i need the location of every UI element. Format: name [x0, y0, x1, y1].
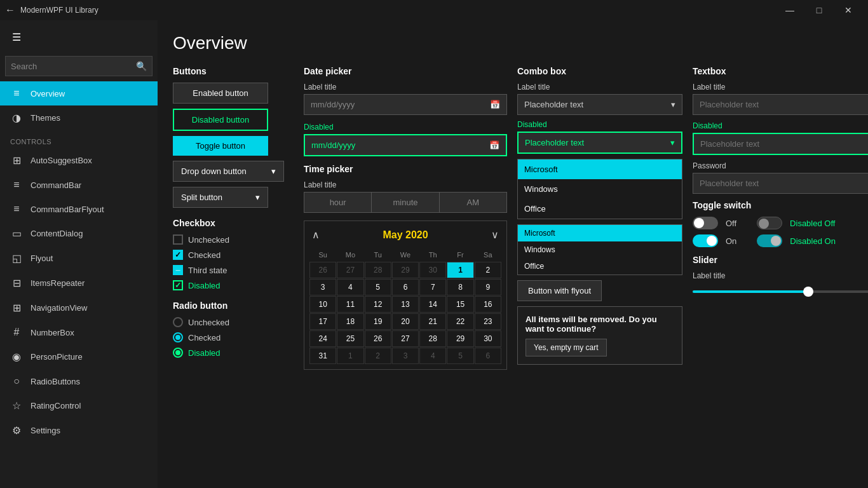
textbox-input[interactable]	[693, 94, 868, 115]
sidebar-item-autosuggest[interactable]: ⊞ AutoSuggestBox	[0, 148, 158, 173]
cal-day[interactable]: 31	[309, 348, 336, 364]
slider-track[interactable]	[693, 290, 868, 293]
cal-day[interactable]: 5	[447, 348, 473, 364]
cal-day[interactable]: 9	[475, 279, 501, 295]
timepicker[interactable]: hour minute AM	[304, 192, 507, 213]
toggle-disabled-on-label: Disabled On	[790, 236, 836, 246]
toggle-on-row: On Disabled On	[693, 234, 868, 247]
dropdown-item-office[interactable]: Office	[518, 199, 682, 219]
cal-day[interactable]: 11	[337, 296, 363, 313]
dropdown-small-windows[interactable]: Windows	[518, 241, 682, 258]
toggle-off-switch[interactable]	[693, 217, 718, 229]
checkbox-disabled[interactable]: ✓	[173, 280, 183, 290]
sidebar-item-flyout[interactable]: ◱ Flyout	[0, 246, 158, 271]
cal-day[interactable]: 22	[447, 313, 473, 330]
sidebar-item-numberbox[interactable]: # NumberBox	[0, 320, 158, 344]
dropdown-small-microsoft[interactable]: Microsoft	[518, 225, 682, 241]
checkbox-unchecked[interactable]	[173, 234, 183, 245]
cal-day[interactable]: 8	[447, 279, 473, 295]
cal-day[interactable]: 28	[365, 262, 391, 278]
cal-day[interactable]: 12	[365, 296, 391, 313]
cal-day[interactable]: 14	[419, 296, 446, 313]
radio-unchecked[interactable]	[173, 317, 183, 327]
cal-day[interactable]: 10	[309, 296, 336, 313]
cal-day[interactable]: 26	[309, 262, 336, 278]
sidebar-item-commandbar[interactable]: ≡ CommandBar	[0, 173, 158, 197]
timepicker-minute[interactable]: minute	[372, 193, 439, 212]
cal-day[interactable]: 17	[309, 313, 336, 330]
cal-day[interactable]: 4	[337, 279, 363, 295]
cal-day[interactable]: 26	[365, 330, 391, 347]
cal-day[interactable]: 2	[365, 348, 391, 364]
sidebar-item-radiobuttons[interactable]: ○ RadioButtons	[0, 369, 158, 393]
cal-day[interactable]: 25	[337, 330, 363, 347]
cal-day[interactable]: 1	[337, 348, 363, 364]
slider-thumb[interactable]	[803, 287, 813, 297]
cal-day[interactable]: 21	[419, 313, 446, 330]
flyout-button[interactable]: Button with flyout	[517, 280, 602, 301]
sidebar-item-personpicture[interactable]: ◉ PersonPicture	[0, 344, 158, 369]
cal-day[interactable]: 27	[392, 330, 419, 347]
cal-day-today[interactable]: 1	[447, 262, 473, 278]
cal-day[interactable]: 3	[392, 348, 419, 364]
sidebar-item-commandbarflyout[interactable]: ≡ CommandBarFlyout	[0, 197, 158, 221]
dropdown-button[interactable]: Drop down button ▾	[173, 161, 284, 182]
radio-checked[interactable]	[173, 332, 183, 342]
cal-day[interactable]: 3	[309, 279, 336, 295]
cal-day[interactable]: 16	[475, 296, 501, 313]
cal-day[interactable]: 29	[447, 330, 473, 347]
toggle-on-switch[interactable]	[693, 234, 718, 247]
radio-disabled[interactable]	[173, 348, 183, 358]
search-input[interactable]	[11, 62, 136, 71]
sidebar-item-itemsrepeater[interactable]: ⊟ ItemsRepeater	[0, 271, 158, 295]
cal-day[interactable]: 4	[419, 348, 446, 364]
cal-day[interactable]: 23	[475, 313, 501, 330]
maximize-button[interactable]: □	[804, 0, 834, 20]
cal-day[interactable]: 29	[392, 262, 419, 278]
calendar-next[interactable]: ∨	[491, 229, 499, 241]
datepicker-input[interactable]: mm/dd/yyyy 📅	[304, 94, 507, 115]
close-button[interactable]: ✕	[834, 0, 863, 20]
toggle-button[interactable]: Toggle button	[173, 136, 268, 156]
cal-day[interactable]: 15	[447, 296, 473, 313]
sidebar-item-overview[interactable]: ≡ Overview	[0, 81, 158, 105]
cal-day[interactable]: 5	[365, 279, 391, 295]
cal-day[interactable]: 27	[337, 262, 363, 278]
dropdown-small-office[interactable]: Office	[518, 258, 682, 274]
cal-day[interactable]: 28	[419, 330, 446, 347]
combobox-input[interactable]: Placeholder text ▾	[517, 94, 682, 115]
enabled-button[interactable]: Enabled button	[173, 83, 268, 104]
sidebar-item-themes[interactable]: ◑ Themes	[0, 105, 158, 130]
cal-day[interactable]: 7	[419, 279, 446, 295]
timepicker-hour[interactable]: hour	[304, 193, 372, 212]
cal-day[interactable]: 30	[475, 330, 501, 347]
sidebar-item-navigationview[interactable]: ⊞ NavigationView	[0, 295, 158, 320]
checkbox-third[interactable]: ─	[173, 265, 183, 275]
cal-day[interactable]: 6	[392, 279, 419, 295]
cal-day[interactable]: 19	[365, 313, 391, 330]
checkbox-checked[interactable]: ✓	[173, 250, 183, 260]
radio-dot-disabled	[175, 350, 180, 355]
split-button[interactable]: Split button ▾	[173, 187, 268, 208]
dropdown-item-microsoft[interactable]: Microsoft	[518, 159, 682, 179]
cal-day[interactable]: 20	[392, 313, 419, 330]
cal-day[interactable]: 18	[337, 313, 363, 330]
hamburger-button[interactable]: ☰	[5, 25, 28, 48]
flyout-action-button[interactable]: Yes, empty my cart	[526, 339, 607, 356]
disabled-button[interactable]: Disabled button	[173, 109, 268, 131]
cal-day[interactable]: 6	[475, 348, 501, 364]
timepicker-ampm[interactable]: AM	[440, 193, 506, 212]
cal-day[interactable]: 24	[309, 330, 336, 347]
minimize-button[interactable]: —	[775, 0, 804, 20]
sidebar-item-settings[interactable]: ⚙ Settings	[0, 418, 158, 443]
cal-day[interactable]: 13	[392, 296, 419, 313]
cal-day[interactable]: 30	[419, 262, 446, 278]
cal-day[interactable]: 2	[475, 262, 501, 278]
password-input[interactable]	[693, 173, 868, 194]
sidebar-item-ratingcontrol[interactable]: ☆ RatingControl	[0, 393, 158, 418]
back-icon[interactable]: ←	[5, 4, 15, 16]
sidebar-item-contentdialog[interactable]: ▭ ContentDialog	[0, 221, 158, 246]
calendar-prev[interactable]: ∧	[312, 229, 320, 241]
column-4: Textbox Label title Disabled Password To…	[693, 66, 868, 303]
dropdown-item-windows[interactable]: Windows	[518, 179, 682, 199]
